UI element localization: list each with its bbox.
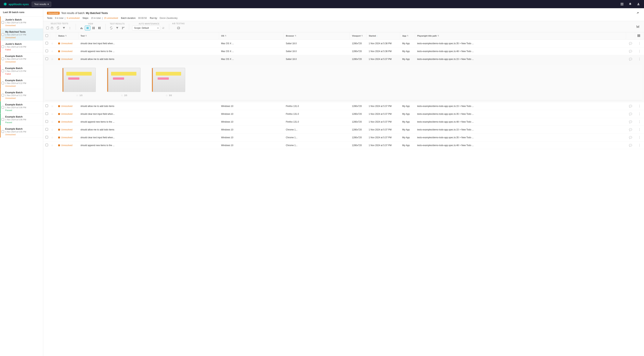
delete-button[interactable]: [49, 26, 55, 30]
sidebar-item-1[interactable]: My Batched Tests1 Nov 2024 at 5:37 PMUnr…: [0, 29, 43, 41]
table-row-0[interactable]: ☆ Unresolved should clear text input fie…: [43, 40, 644, 47]
sidebar-checkbox-9[interactable]: [2, 130, 4, 133]
preview-star-2-1[interactable]: ☆: [120, 93, 124, 97]
row-more-button-7[interactable]: ⋮: [637, 135, 642, 139]
row-star-button-2[interactable]: ☆: [51, 57, 54, 61]
sidebar-item-2[interactable]: Justin's Batch1 Nov 2024 at 5:33 PMFaile…: [0, 41, 43, 53]
row-checkbox-5[interactable]: [46, 120, 48, 123]
results-filter-button[interactable]: [114, 26, 120, 30]
row-comment-button-5[interactable]: 💬: [628, 120, 633, 124]
preview-star-2-0[interactable]: ☆: [76, 93, 79, 97]
list-view-button[interactable]: [85, 26, 90, 30]
grid-icon-button[interactable]: [620, 2, 624, 7]
th-os[interactable]: OS⇅: [219, 32, 284, 40]
th-started[interactable]: Started↓: [366, 32, 400, 40]
th-browser[interactable]: Browser⇅: [284, 32, 350, 40]
results-refresh-button[interactable]: [108, 26, 114, 30]
sidebar-checkbox-6[interactable]: [2, 94, 4, 96]
th-app[interactable]: App⇅: [400, 32, 415, 40]
row-star-button-4[interactable]: ☆: [51, 112, 54, 116]
branch-button[interactable]: [120, 26, 126, 30]
row-comment-button-2[interactable]: 💬: [628, 57, 633, 61]
preview-card-2-2[interactable]: ≠ ☆ 3/3: [146, 68, 191, 97]
sidebar-item-0[interactable]: Justin's Batch1 Nov 2024 at 5:39 PMUnres…: [0, 17, 43, 29]
table-row-7[interactable]: ☆ Unresolved should clear text input fie…: [43, 134, 644, 141]
sidebar-item-5[interactable]: Example Batch1 Nov 2024 at 5:12 PMUnreso…: [0, 77, 43, 89]
row-comment-button-8[interactable]: 💬: [628, 143, 633, 147]
sidebar-item-7[interactable]: Example Batch1 Nov 2024 at 5:06 PMPassed: [0, 101, 43, 113]
row-star-button-6[interactable]: ☆: [51, 128, 54, 131]
sidebar-checkbox-1[interactable]: [2, 33, 4, 36]
table-row-4[interactable]: ☆ Unresolved should clear text input fie…: [43, 110, 644, 118]
maintenance-action-button[interactable]: [160, 26, 166, 30]
scope-select[interactable]: Scope: Default: [132, 26, 160, 30]
row-more-button-2[interactable]: ⋮: [637, 57, 642, 61]
row-checkbox-6[interactable]: [46, 128, 48, 131]
row-more-button-5[interactable]: ⋮: [637, 120, 642, 124]
table-row-8[interactable]: ☆ Unresolved should append new items to …: [43, 141, 644, 149]
row-comment-button-3[interactable]: 💬: [628, 104, 633, 108]
row-more-button-0[interactable]: ⋮: [637, 41, 642, 46]
th-viewport[interactable]: Viewport⇅: [350, 32, 366, 40]
sidebar-checkbox-8[interactable]: [2, 118, 4, 121]
sidebar-item-8[interactable]: Example Batch1 Nov 2024 at 5:06 PMPassed: [0, 113, 43, 126]
row-checkbox-3[interactable]: [46, 104, 48, 107]
row-comment-button-4[interactable]: 💬: [628, 112, 633, 116]
sidebar-item-9[interactable]: Example Batch1 Nov 2024 at 5:05 PMUnreso…: [0, 126, 43, 138]
bell-icon-button[interactable]: [628, 2, 633, 7]
sidebar-item-4[interactable]: Example Batch1 Nov 2024 at 5:23 PMFailed: [0, 65, 43, 77]
preview-star-2-2[interactable]: ☆: [165, 93, 168, 97]
select-all-checkbox[interactable]: [46, 27, 49, 29]
table-row-1[interactable]: ☆ Unresolved should append new items to …: [43, 47, 644, 55]
th-status[interactable]: Status⇅: [56, 32, 78, 40]
sidebar-checkbox-2[interactable]: [2, 45, 4, 48]
row-checkbox-1[interactable]: [46, 50, 48, 52]
row-checkbox-4[interactable]: [46, 112, 48, 115]
th-test[interactable]: Test⇅: [78, 32, 219, 40]
row-more-button-6[interactable]: ⋮: [637, 127, 642, 132]
row-checkbox-0[interactable]: [46, 42, 48, 44]
share-button[interactable]: [635, 11, 640, 16]
table-row-3[interactable]: ☆ Unresolved should allow me to add todo…: [43, 102, 644, 110]
row-star-button-8[interactable]: ☆: [51, 143, 54, 147]
ab-testing-button[interactable]: [176, 25, 182, 31]
row-star-button-5[interactable]: ☆: [51, 120, 54, 124]
sidebar-item-3[interactable]: Example Batch1 Nov 2024 at 5:24 PMUnreso…: [0, 53, 43, 65]
sidebar-checkbox-7[interactable]: [2, 106, 4, 109]
header-checkbox[interactable]: [46, 34, 48, 37]
filter-button[interactable]: [61, 26, 67, 30]
chart-view-button[interactable]: [79, 26, 84, 30]
sidebar-checkbox-0[interactable]: [2, 21, 4, 24]
row-comment-button-0[interactable]: 💬: [628, 42, 633, 45]
table-row-5[interactable]: ☆ Unresolved should append new items to …: [43, 118, 644, 126]
refresh-button[interactable]: [55, 26, 61, 30]
row-comment-button-6[interactable]: 💬: [628, 128, 633, 131]
sidebar-checkbox-5[interactable]: [2, 82, 4, 84]
row-comment-button-1[interactable]: 💬: [628, 49, 633, 53]
row-star-button-1[interactable]: ☆: [51, 49, 54, 53]
preview-card-2-0[interactable]: ≠ ☆ 1/3: [57, 68, 101, 97]
save-results-button[interactable]: [635, 24, 641, 30]
test-results-dropdown[interactable]: Test results ▾: [32, 2, 51, 7]
row-star-button-7[interactable]: ☆: [51, 136, 54, 139]
row-star-button-0[interactable]: ☆: [51, 42, 54, 45]
row-star-button-3[interactable]: ☆: [51, 104, 54, 108]
row-comment-button-7[interactable]: 💬: [628, 136, 633, 139]
more-options-button[interactable]: ⋮: [67, 25, 73, 31]
row-checkbox-2[interactable]: [46, 58, 48, 60]
row-checkbox-8[interactable]: [46, 144, 48, 146]
sidebar-item-6[interactable]: Example Batch1 Nov 2024 at 5:11 PMUnreso…: [0, 89, 43, 101]
row-more-button-8[interactable]: ⋮: [637, 143, 642, 147]
sidebar-checkbox-4[interactable]: [2, 70, 4, 72]
user-icon-button[interactable]: [636, 2, 641, 7]
row-checkbox-7[interactable]: [46, 136, 48, 138]
row-more-button-4[interactable]: ⋮: [637, 112, 642, 116]
preview-card-2-1[interactable]: ≠ ☆ 2/3: [101, 68, 146, 97]
table-row-6[interactable]: ☆ Unresolved should allow me to add todo…: [43, 126, 644, 134]
grid-view-button[interactable]: [91, 26, 96, 30]
row-more-button-1[interactable]: ⋮: [637, 49, 642, 53]
table-row-2[interactable]: ☆ Unresolved should allow me to add todo…: [43, 55, 644, 63]
sidebar-checkbox-3[interactable]: [2, 58, 4, 60]
row-more-button-3[interactable]: ⋮: [637, 104, 642, 108]
th-path[interactable]: Playwright title path⇅: [415, 32, 626, 40]
